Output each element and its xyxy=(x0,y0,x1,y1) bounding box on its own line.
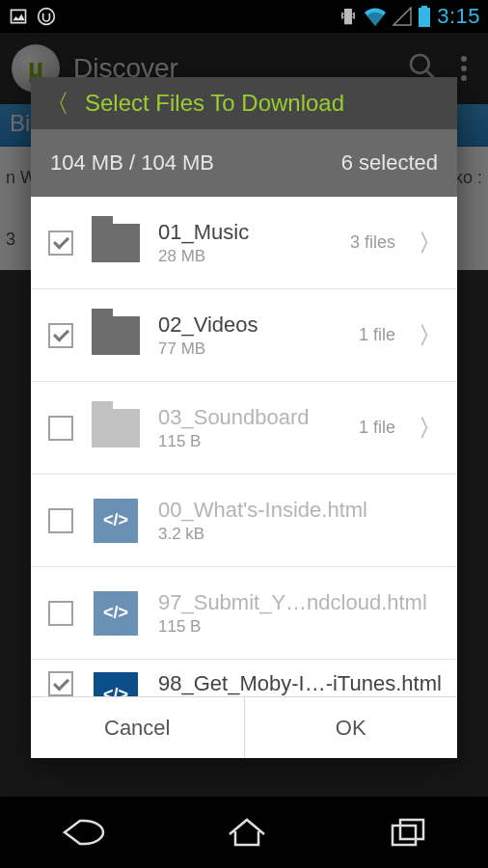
item-icon: </> xyxy=(91,590,141,637)
item-file-count: 3 files xyxy=(350,232,395,253)
item-icon xyxy=(91,405,141,451)
item-file-count: 1 file xyxy=(359,325,395,345)
list-item[interactable]: 03_Soundboard115 B1 file〉 xyxy=(31,382,457,475)
svg-rect-6 xyxy=(400,820,423,839)
item-icon: </> xyxy=(91,498,141,544)
dialog-button-bar: Cancel OK xyxy=(31,696,457,758)
item-name: 01_Music xyxy=(158,220,333,245)
chevron-right-icon[interactable]: 〉 xyxy=(419,320,442,351)
checkbox[interactable] xyxy=(48,508,73,533)
cancel-button[interactable]: Cancel xyxy=(31,697,245,758)
checkbox[interactable] xyxy=(48,601,73,626)
item-meta: 03_Soundboard115 B xyxy=(158,405,341,451)
svg-rect-3 xyxy=(421,6,427,8)
item-size: 115 B xyxy=(158,432,341,451)
checkbox[interactable] xyxy=(48,323,73,348)
checkbox[interactable] xyxy=(48,671,73,696)
cell-signal-icon xyxy=(393,7,412,26)
item-size: 28 MB xyxy=(158,247,333,266)
utorrent-status-icon xyxy=(37,7,56,26)
android-nav-bar xyxy=(0,797,488,868)
recents-icon[interactable] xyxy=(387,815,429,850)
item-size: 115 B xyxy=(158,617,442,637)
svg-rect-5 xyxy=(393,826,416,845)
file-list[interactable]: 01_Music28 MB3 files〉02_Videos77 MB1 fil… xyxy=(31,197,457,696)
select-files-dialog: 〈 Select Files To Download 104 MB / 104 … xyxy=(31,77,457,758)
selected-size: 104 MB / 104 MB xyxy=(50,150,214,176)
item-meta: 00_What's-Inside.html3.2 kB xyxy=(158,498,442,544)
item-meta: 97_Submit_Y…ndcloud.html115 B xyxy=(158,590,442,637)
item-name: 00_What's-Inside.html xyxy=(158,498,442,523)
item-meta: 98_Get_Moby-I…-iTunes.html xyxy=(158,671,442,696)
image-icon xyxy=(8,7,29,26)
list-item[interactable]: 01_Music28 MB3 files〉 xyxy=(31,197,457,289)
dialog-title: Select Files To Download xyxy=(85,90,344,117)
ok-button[interactable]: OK xyxy=(245,697,458,758)
status-clock: 3:15 xyxy=(437,4,480,29)
item-name: 02_Videos xyxy=(158,312,341,338)
item-meta: 01_Music28 MB xyxy=(158,220,333,266)
list-item[interactable]: </>00_What's-Inside.html3.2 kB xyxy=(31,475,457,567)
dialog-summary-bar: 104 MB / 104 MB 6 selected xyxy=(31,129,457,197)
list-item[interactable]: </>98_Get_Moby-I…-iTunes.html xyxy=(31,660,457,696)
checkbox[interactable] xyxy=(48,416,73,441)
battery-icon xyxy=(418,6,431,27)
chevron-right-icon[interactable]: 〉 xyxy=(419,228,442,258)
code-file-icon: </> xyxy=(94,672,138,696)
folder-icon xyxy=(92,316,140,355)
checkbox[interactable] xyxy=(48,231,73,256)
status-bar: 3:15 xyxy=(0,0,488,33)
code-file-icon: </> xyxy=(94,591,138,636)
selected-count: 6 selected xyxy=(341,150,438,176)
chevron-right-icon[interactable]: 〉 xyxy=(419,413,442,444)
vibrate-icon xyxy=(339,7,358,26)
code-file-icon: </> xyxy=(94,499,138,543)
item-name: 97_Submit_Y…ndcloud.html xyxy=(158,590,442,615)
item-icon: </> xyxy=(91,671,141,696)
wifi-icon xyxy=(364,7,387,26)
item-size: 77 MB xyxy=(158,339,341,359)
folder-icon xyxy=(92,409,140,448)
back-chevron-icon[interactable]: 〈 xyxy=(44,87,69,121)
svg-rect-1 xyxy=(345,10,352,24)
home-icon[interactable] xyxy=(226,815,268,850)
item-size: 3.2 kB xyxy=(158,525,442,544)
item-file-count: 1 file xyxy=(359,418,395,438)
list-item[interactable]: 02_Videos77 MB1 file〉 xyxy=(31,289,457,382)
item-name: 03_Soundboard xyxy=(158,405,341,430)
item-icon xyxy=(91,312,141,359)
item-icon xyxy=(91,220,141,266)
svg-rect-2 xyxy=(419,8,430,27)
item-name: 98_Get_Moby-I…-iTunes.html xyxy=(158,671,442,696)
back-icon[interactable] xyxy=(59,815,107,850)
item-meta: 02_Videos77 MB xyxy=(158,312,341,359)
list-item[interactable]: </>97_Submit_Y…ndcloud.html115 B xyxy=(31,567,457,660)
dialog-title-bar: 〈 Select Files To Download xyxy=(31,77,457,129)
folder-icon xyxy=(92,224,140,262)
